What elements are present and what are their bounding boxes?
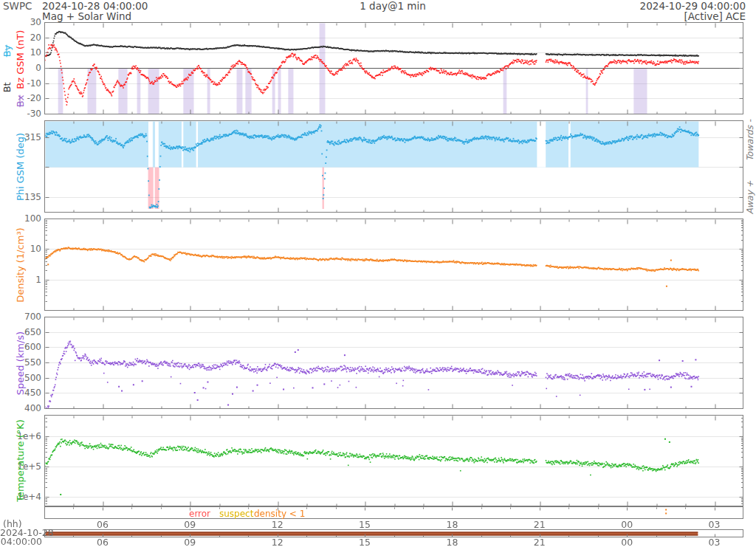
speed-panel	[44, 317, 743, 409]
phi-canvas	[44, 120, 743, 213]
speed-ytick-label: 400	[6, 403, 41, 413]
sector-direction-text: Away +	[745, 180, 755, 214]
phi-axis-label: Phi GSM (deg)	[16, 132, 25, 200]
hour-label: 21	[523, 520, 556, 529]
temperature-axis-label: Temperature (°K)	[16, 419, 25, 502]
legend-panel-canvas	[44, 506, 743, 519]
legend-density-lt1: density < 1	[254, 509, 305, 519]
mag-axis-label-part: By	[1, 44, 13, 57]
footer-start-time: 04:00:00	[0, 537, 42, 546]
mag-axis-label-part: Bz GSM (nT)	[15, 30, 26, 89]
legend-error: error	[189, 509, 210, 519]
density-axis-label-part: Density (1/cm³)	[15, 227, 26, 302]
plot-area: 3020100-10-20-30BtByBxBz GSM (nT)315135P…	[0, 0, 756, 547]
temperature-canvas	[44, 415, 743, 506]
hour-label: 06	[86, 537, 119, 547]
legend-panel	[44, 506, 743, 519]
hour-label: 00	[611, 537, 643, 547]
hour-label: 21	[523, 537, 556, 547]
phi-panel	[44, 120, 743, 213]
phi-axis-label-part: Phi GSM (deg)	[15, 132, 26, 200]
density-panel	[44, 219, 743, 311]
hour-label: 18	[436, 520, 468, 529]
hour-label: 00	[611, 520, 643, 529]
status-strip	[44, 529, 743, 537]
mag-canvas	[44, 22, 743, 114]
speed-ytick-label: 700	[6, 312, 41, 322]
density-axis-label: Density (1/cm³)	[16, 227, 25, 302]
mag-ytick-label: 30	[6, 17, 41, 27]
speed-canvas	[44, 317, 743, 409]
sector-direction-text: Towards -	[745, 119, 755, 161]
density-ytick-label: 100	[6, 213, 41, 224]
mag-axis-label: BtBy	[2, 44, 12, 92]
hour-label: 15	[348, 520, 381, 529]
density-canvas	[44, 219, 743, 311]
temperature-axis-label-part: Temperature (°K)	[15, 419, 26, 502]
temperature-panel	[44, 415, 743, 506]
hour-label: 09	[173, 537, 206, 547]
hour-label: 12	[261, 537, 294, 547]
speed-axis-label: Speed (km/s)	[16, 331, 25, 394]
legend-suspect: suspect	[219, 509, 253, 519]
hour-label: 03	[698, 537, 731, 547]
hour-label: 18	[436, 537, 468, 547]
mag-panel	[44, 22, 743, 114]
hour-label: 06	[86, 520, 119, 529]
mag-axis-label-part: Bx	[15, 94, 26, 107]
hour-label: 03	[698, 520, 731, 529]
status-strip-canvas	[44, 529, 743, 537]
mag-axis-label-part: Bt	[1, 82, 13, 92]
mag-ytick-label: -30	[6, 109, 41, 119]
sector-direction-label: Away +Towards -	[746, 119, 755, 213]
hour-label: 09	[173, 520, 206, 529]
hour-label: 12	[261, 520, 294, 529]
hour-label: 15	[348, 537, 381, 547]
mag-axis-label: BxBz GSM (nT)	[16, 30, 25, 107]
speed-axis-label-part: Speed (km/s)	[15, 331, 26, 394]
